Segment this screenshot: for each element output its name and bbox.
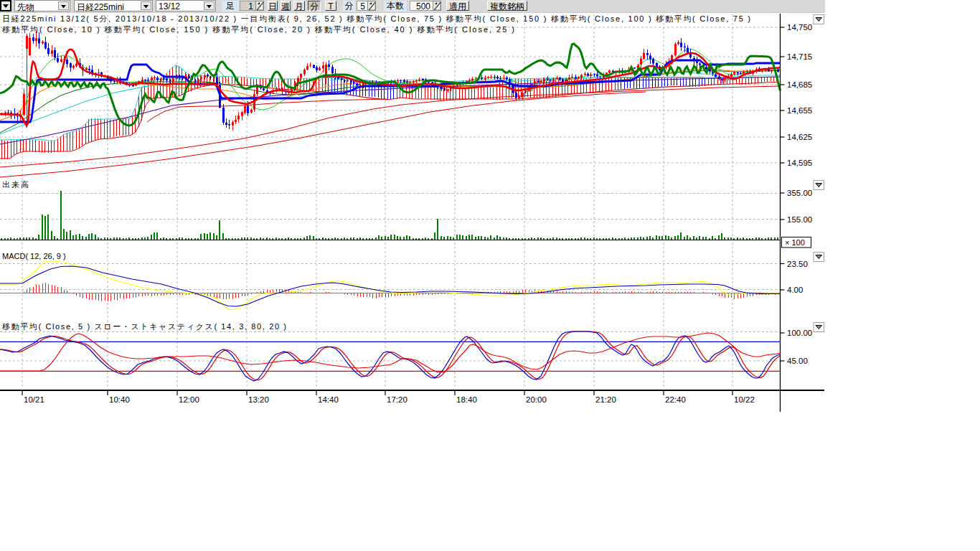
svg-text:14,715: 14,715: [787, 52, 812, 61]
svg-text:4.00: 4.00: [787, 286, 803, 294]
svg-text:20:00: 20:00: [526, 395, 547, 404]
svg-text:45.00: 45.00: [787, 357, 808, 365]
svg-text:10/22: 10/22: [734, 395, 755, 404]
svg-text:14,655: 14,655: [787, 106, 812, 115]
svg-text:移動平均( Close, 5 ) スロー・ストキャステ: 移動平均( Close, 5 ) スロー・ストキャスティクス( 14, 3, 8…: [2, 322, 286, 331]
svg-text:× 100: × 100: [785, 238, 805, 247]
svg-text:MACD( 12, 26, 9 ): MACD( 12, 26, 9 ): [2, 252, 66, 260]
svg-text:14:40: 14:40: [318, 395, 339, 404]
svg-text:21:20: 21:20: [595, 395, 616, 404]
svg-text:355.00: 355.00: [787, 189, 812, 197]
svg-text:17:20: 17:20: [387, 395, 407, 404]
svg-text:18:40: 18:40: [456, 395, 477, 404]
svg-text:12:00: 12:00: [179, 395, 199, 404]
svg-text:14,685: 14,685: [787, 80, 812, 89]
svg-text:出来高: 出来高: [2, 180, 29, 189]
svg-text:10/21: 10/21: [24, 395, 44, 404]
svg-text:23.50: 23.50: [787, 260, 808, 268]
svg-text:100.00: 100.00: [787, 329, 812, 337]
svg-text:155.00: 155.00: [787, 215, 812, 224]
svg-text:14,595: 14,595: [787, 159, 812, 167]
svg-text:移動平均( Close, 10 ) 移動平均( Clo: 移動平均( Close, 10 ) 移動平均( Close, 150 ) 移動平…: [2, 25, 514, 34]
svg-text:日経225mini 13/12( 5分, 2013/10/1: 日経225mini 13/12( 5分, 2013/10/18 - 2013/1…: [2, 14, 750, 23]
svg-text:22:40: 22:40: [665, 395, 686, 404]
svg-text:13:20: 13:20: [248, 395, 269, 404]
svg-text:10:40: 10:40: [109, 395, 130, 404]
svg-text:14,625: 14,625: [787, 133, 812, 141]
svg-text:14,750: 14,750: [787, 23, 812, 32]
